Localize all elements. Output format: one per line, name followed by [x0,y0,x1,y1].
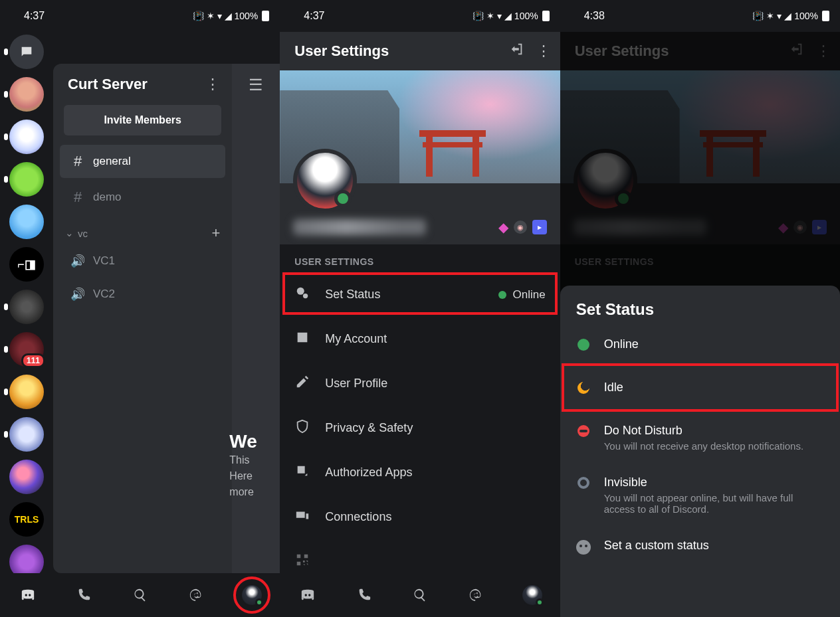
nav-search[interactable] [392,573,448,617]
speaker-icon: 🔊 [70,287,85,302]
status-icons: 📳 ✶ ▾ ◢ 100% [752,11,829,21]
logout-icon[interactable] [510,42,524,60]
unread-badge: 111 [21,353,45,368]
screenshot-2: 4:37 📳 ✶ ▾ ◢ 100% User Settings ⋮ ◆ [280,0,560,617]
nav-search[interactable] [112,573,168,617]
nav-mentions[interactable] [168,573,224,617]
invite-label: Invite Members [104,114,181,126]
nav-profile[interactable] [504,573,560,617]
guild-rail: ⌐◨ 111 TRLS [0,32,53,617]
server-icon-5[interactable]: ⌐◨ [9,247,44,282]
dm-button[interactable] [9,35,44,69]
status-dot-icon [536,598,544,606]
profile-badges: ◆ ◉ ▸ [498,219,547,235]
server-icon-7[interactable]: 111 [9,332,44,367]
status-dot-icon [255,598,263,606]
row-label: Connections [325,510,391,524]
option-desc: You will not receive any desktop notific… [604,440,803,452]
server-icon-9[interactable] [9,417,44,452]
category-vc[interactable]: ⌄ vc + [53,215,232,244]
battery-icon [542,11,550,21]
server-icon-11[interactable]: TRLS [9,502,44,537]
option-label: Invisible [604,476,817,489]
dnd-icon [578,425,589,437]
channel-label: VC1 [93,254,115,268]
voice-channel-vc1[interactable]: 🔊 VC1 [60,246,225,276]
selection-pill [4,48,8,55]
speaker-icon: 🔊 [70,254,85,268]
wifi-icon: ▾ [217,11,222,21]
status-option-online[interactable]: Online [560,325,840,363]
voice-channel-vc2[interactable]: 🔊 VC2 [60,279,225,309]
sheet-title: Set Status [560,300,840,325]
status-option-idle[interactable]: Idle [560,363,840,412]
authorized-apps-row[interactable]: Authorized Apps [280,450,560,495]
devices-icon [294,508,310,526]
channel-label: general [93,155,131,168]
row-label: Privacy & Safety [325,421,413,435]
status-bar: 4:37 📳 ✶ ▾ ◢ 100% [280,0,560,32]
online-icon [578,339,589,351]
status-option-custom[interactable]: Set a custom status [560,527,840,567]
server-icon-4[interactable] [9,205,44,239]
idle-icon [578,382,589,394]
invite-members-button[interactable]: Invite Members [64,105,221,135]
search-icon [413,588,427,602]
channel-panel: Curt Server ⋮ Invite Members # general #… [53,64,232,573]
custom-status-icon [576,540,591,555]
status-option-invisible[interactable]: Invisible You will not appear online, bu… [560,464,840,527]
search-icon [133,588,148,602]
more-menu-button[interactable]: ⋮ [536,43,551,60]
privacy-row[interactable]: Privacy & Safety [280,406,560,450]
wifi-icon: ▾ [777,11,782,21]
profile-avatar[interactable] [293,149,357,213]
server-name[interactable]: Curt Server [68,76,148,93]
bottom-nav [280,573,560,617]
battery-text: 100% [514,11,538,21]
status-icons: 📳 ✶ ▾ ◢ 100% [193,11,270,21]
nav-home[interactable] [280,573,336,617]
server-icon-8[interactable] [9,375,44,409]
connections-row[interactable]: Connections [280,495,560,539]
my-account-row[interactable]: My Account [280,317,560,361]
server-icon-10[interactable] [9,460,44,494]
vibrate-icon: 📳 [193,11,204,21]
server-icon-3[interactable] [9,162,44,197]
add-channel-button[interactable]: + [211,224,220,242]
key-icon [294,464,310,482]
status-bar: 4:38 📳 ✶ ▾ ◢ 100% [560,0,840,32]
option-label: Online [604,337,639,351]
server-icon-2[interactable] [9,120,44,154]
section-label: USER SETTINGS [280,244,560,272]
channel-general[interactable]: # general [60,145,225,178]
row-label: User Profile [325,377,387,391]
server-icon-1[interactable] [9,77,44,112]
main-peek[interactable]: ☰ We This Here more [232,64,280,573]
at-icon [469,588,483,602]
username-redacted [293,219,426,235]
server-icon-6[interactable] [9,290,44,324]
battery-icon [262,11,269,21]
wifi-icon: ▾ [497,11,502,21]
status-icons: 📳 ✶ ▾ ◢ 100% [472,11,550,21]
pencil-icon [294,375,310,393]
page-title: User Settings [294,43,389,60]
category-label: vc [78,228,88,239]
hamburger-icon[interactable]: ☰ [249,76,263,94]
option-label: Set a custom status [604,539,709,553]
row-label: Set Status [325,288,380,302]
settings-header: User Settings ⋮ [280,32,560,70]
user-profile-row[interactable]: User Profile [280,361,560,406]
nav-friends[interactable] [56,573,112,617]
nav-home[interactable] [0,573,56,617]
chat-bubble-icon [19,44,34,59]
set-status-row[interactable]: Set Status Online [280,272,560,317]
nav-mentions[interactable] [448,573,504,617]
nav-profile[interactable] [224,573,280,617]
server-menu-button[interactable]: ⋮ [205,76,220,93]
channel-demo[interactable]: # demo [60,181,225,214]
status-option-dnd[interactable]: Do Not Disturb You will not receive any … [560,412,840,464]
phone-icon [357,588,371,602]
profile-row: ◆ ◉ ▸ [280,183,560,244]
nav-friends[interactable] [336,573,392,617]
